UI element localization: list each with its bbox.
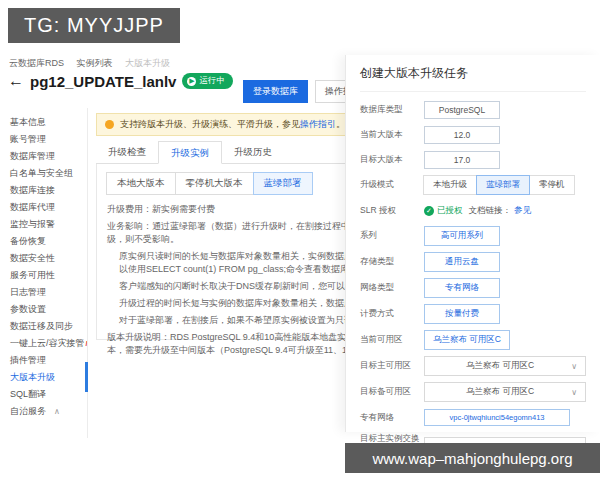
storage-type-label: 存储类型: [360, 256, 424, 268]
sidebar-item-data-security[interactable]: 数据安全性: [0, 250, 87, 267]
sidebar-item-proxy[interactable]: 数据库代理: [0, 199, 87, 216]
target-secondary-zone-label: 目标备可用区: [360, 386, 424, 398]
sidebar-item-autonomy-label: 自治服务: [10, 406, 46, 416]
form-row-target-version: 目标大版本 17.0: [360, 150, 586, 169]
chevron-down-icon: ∨: [571, 388, 577, 397]
notice-guide-link[interactable]: 操作指引: [300, 118, 336, 131]
current-version-value: 12.0: [424, 126, 500, 144]
subtab-local-major-version[interactable]: 本地大版本: [106, 172, 176, 195]
target-primary-zone-value: 乌兰察布 可用区C: [433, 360, 567, 372]
series-value: 高可用系列: [424, 226, 500, 246]
form-row-current-version: 当前大版本 12.0: [360, 125, 586, 144]
mode-option-blue-green[interactable]: 蓝绿部署: [476, 175, 530, 195]
instance-header: ← pg12_UPDATE_lanlv ▶ 运行中: [8, 72, 233, 90]
mode-option-zero-downtime[interactable]: 零停机: [529, 175, 575, 195]
back-arrow-icon[interactable]: ←: [8, 72, 24, 90]
series-label: 系列: [360, 230, 424, 242]
sidebar-item-autonomy-service[interactable]: 自治服务∧: [0, 403, 87, 420]
network-type-label: 网络类型: [360, 282, 424, 294]
notice-text-suffix: 。: [336, 118, 345, 131]
status-badge-label: 运行中: [199, 75, 225, 87]
sidebar-item-cloud-dr-label: 一键上云/容灾接管: [10, 338, 85, 348]
sidebar-item-major-version-upgrade[interactable]: 大版本升级: [0, 369, 87, 386]
target-version-value[interactable]: 17.0: [424, 151, 500, 169]
sidebar-item-accounts[interactable]: 账号管理: [0, 131, 87, 148]
form-row-current-zone: 当前可用区 乌兰察布 可用区C: [360, 330, 586, 350]
sidebar-item-availability[interactable]: 服务可用性: [0, 267, 87, 284]
status-badge: ▶ 运行中: [182, 73, 233, 89]
sidebar-item-backup[interactable]: 备份恢复: [0, 233, 87, 250]
play-icon: ▶: [187, 77, 196, 86]
current-version-label: 当前大版本: [360, 129, 424, 141]
tab-upgrade-instance[interactable]: 升级实例: [158, 141, 222, 164]
sidebar-item-cloud-dr[interactable]: 一键上云/容灾接管NEW: [0, 335, 87, 352]
vpc-value: vpc-0jtwqhiunci54egomn413: [424, 409, 570, 426]
target-primary-zone-label: 目标主可用区: [360, 360, 424, 372]
sidebar-item-sql-translation[interactable]: SQL翻译: [0, 386, 87, 403]
slr-label: SLR 授权: [360, 205, 424, 217]
chevron-down-icon: ∨: [571, 362, 577, 371]
sidebar-item-whitelist[interactable]: 白名单与安全组: [0, 165, 87, 182]
tab-upgrade-history[interactable]: 升级历史: [222, 141, 284, 163]
notice-bulb-icon: [105, 120, 114, 129]
upgrade-mode-segmented: 本地升级 蓝绿部署 零停机: [424, 175, 575, 195]
vpc-label: 专有网络: [360, 412, 424, 424]
form-row-upgrade-mode: 升级模式 本地升级 蓝绿部署 零停机: [360, 175, 586, 195]
slr-doc-link[interactable]: 参见: [514, 205, 531, 217]
sidebar-item-databases[interactable]: 数据库管理: [0, 148, 87, 165]
create-upgrade-task-panel: 创建大版本升级任务 数据库类型 PostgreSQL 当前大版本 12.0 目标…: [345, 55, 600, 432]
form-row-slr: SLR 授权 ✓ 已授权 文档链接： 参见: [360, 201, 586, 220]
breadcrumb-major-upgrade: 大版本升级: [125, 58, 170, 68]
storage-type-value: 通用云盘: [424, 252, 500, 272]
subtab-zero-downtime[interactable]: 零停机大版本: [175, 172, 254, 195]
new-badge: NEW: [86, 340, 87, 347]
db-type-value: PostgreSQL: [424, 101, 500, 119]
breadcrumb-rds[interactable]: 云数据库RDS: [9, 58, 64, 68]
current-zone-value: 乌兰察布 可用区C: [424, 330, 510, 350]
form-row-target-primary-zone: 目标主可用区 乌兰察布 可用区C ∨: [360, 356, 586, 376]
form-row-storage-type: 存储类型 通用云盘: [360, 252, 586, 272]
slr-doc-label: 文档链接：: [469, 205, 512, 217]
mode-option-local[interactable]: 本地升级: [423, 175, 477, 195]
dns-text: 客户端感知的闪断时长取决于DNS缓存刷新时间，您可以尝试: [119, 281, 363, 291]
target-secondary-zone-value: 乌兰察布 可用区C: [433, 386, 567, 398]
slr-authorized-status: 已授权: [437, 205, 463, 217]
db-type-label: 数据库类型: [360, 104, 424, 116]
sidebar-item-connection[interactable]: 数据库连接: [0, 182, 87, 199]
sidebar-item-parameters[interactable]: 参数设置: [0, 301, 87, 318]
breadcrumb: 云数据库RDS 实例列表 大版本升级: [9, 57, 180, 70]
sidebar-item-basic-info[interactable]: 基本信息: [0, 114, 87, 131]
sidebar-scrollbar-thumb[interactable]: [85, 362, 88, 392]
sidebar-nav: 基本信息 账号管理 数据库管理 白名单与安全组 数据库连接 数据库代理 监控与报…: [0, 108, 88, 438]
form-row-billing: 计费方式 按量付费: [360, 304, 586, 324]
target-secondary-zone-select[interactable]: 乌兰察布 可用区C ∨: [424, 382, 586, 402]
check-circle-icon: ✓: [424, 206, 434, 216]
sidebar-item-logs[interactable]: 日志管理: [0, 284, 87, 301]
upgrade-mode-label: 升级模式: [360, 179, 424, 191]
sidebar-item-plugins[interactable]: 插件管理: [0, 352, 87, 369]
sidebar-item-monitoring[interactable]: 监控与报警: [0, 216, 87, 233]
form-row-db-type: 数据库类型 PostgreSQL: [360, 100, 586, 119]
network-type-value: 专有网络: [424, 278, 500, 298]
form-row-series: 系列 高可用系列: [360, 226, 586, 246]
sidebar-item-migration-sync[interactable]: 数据迁移及同步: [0, 318, 87, 335]
watermark-banner-top: TG: MYYJJPP: [8, 8, 180, 43]
form-row-target-secondary-zone: 目标备可用区 乌兰察布 可用区C ∨: [360, 382, 586, 402]
watermark-banner-bottom: www.wap–mahjonghulepg.org: [345, 443, 600, 473]
page-title: pg12_UPDATE_lanlv: [30, 73, 176, 90]
tab-upgrade-check[interactable]: 升级检查: [96, 141, 158, 163]
panel-title: 创建大版本升级任务: [360, 65, 586, 92]
target-version-label: 目标大版本: [360, 154, 424, 166]
chevron-up-icon: ∧: [54, 407, 60, 416]
billing-value: 按量付费: [424, 304, 500, 324]
form-row-vpc: 专有网络 vpc-0jtwqhiunci54egomn413: [360, 408, 586, 427]
notice-text: 支持跨版本升级、升级演练、平滑升级，参见: [120, 118, 300, 131]
current-zone-label: 当前可用区: [360, 334, 424, 346]
subtab-blue-green[interactable]: 蓝绿部署: [253, 172, 313, 195]
target-primary-zone-select[interactable]: 乌兰察布 可用区C ∨: [424, 356, 586, 376]
breadcrumb-instance-list[interactable]: 实例列表: [77, 58, 113, 68]
login-database-button[interactable]: 登录数据库: [243, 80, 308, 103]
billing-label: 计费方式: [360, 308, 424, 320]
form-row-network-type: 网络类型 专有网络: [360, 278, 586, 298]
